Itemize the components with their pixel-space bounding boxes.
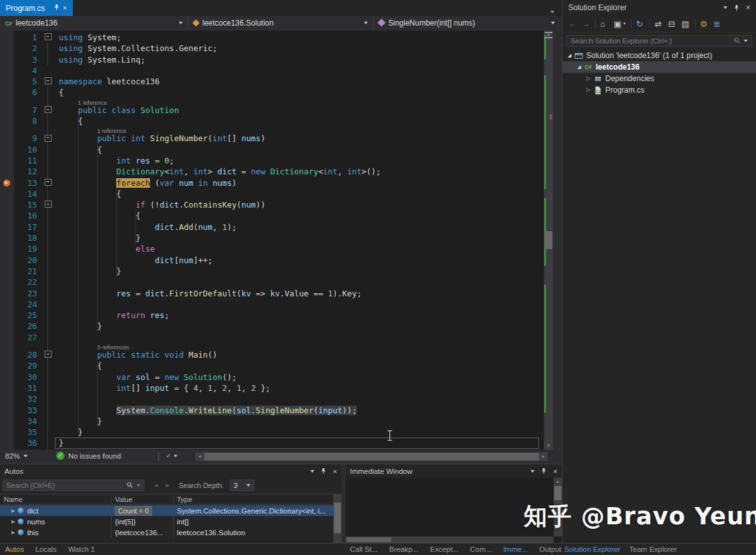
code-line-10[interactable]: 10 {	[0, 144, 544, 155]
outlining-margin[interactable]	[37, 405, 56, 416]
code-line-31[interactable]: 31 int[] input = { 4, 1, 2, 1, 2 };	[0, 383, 544, 393]
breakpoint-margin[interactable]	[0, 76, 14, 87]
close-icon[interactable]: ×	[553, 468, 557, 475]
code-line-21[interactable]: 21 }	[0, 266, 544, 277]
breakpoint-margin[interactable]	[0, 310, 14, 321]
breakpoint-margin[interactable]	[0, 222, 14, 232]
code-line-5[interactable]: 5namespace leetcoce136	[0, 76, 544, 87]
close-icon[interactable]: ×	[333, 468, 337, 475]
breakpoint-margin[interactable]	[0, 232, 14, 243]
breakpoint-margin[interactable]	[0, 199, 14, 210]
scroll-right-icon[interactable]: ►	[539, 452, 548, 461]
tool-tab-imme-[interactable]: Imme...	[503, 545, 527, 553]
autos-value-cell[interactable]: {int[5]}	[112, 516, 174, 527]
code-line-14[interactable]: 14 {	[0, 188, 544, 199]
collapse-all-icon[interactable]: ⊟	[668, 20, 677, 28]
breakpoint-margin[interactable]	[0, 383, 14, 393]
breakpoint-margin[interactable]	[0, 393, 14, 404]
immediate-hscroll-thumb[interactable]	[347, 537, 391, 542]
expander-icon[interactable]: ▶	[11, 519, 15, 524]
breakpoint-margin[interactable]	[0, 65, 14, 76]
code-line-6[interactable]: 6{	[0, 87, 544, 98]
outlining-margin[interactable]	[37, 54, 56, 65]
code-line-35[interactable]: 35 }	[0, 427, 544, 437]
show-all-files-icon[interactable]: ▤	[681, 20, 690, 28]
outlining-margin[interactable]	[37, 310, 56, 321]
immediate-horizontal-scrollbar[interactable]	[345, 536, 554, 543]
outlining-margin[interactable]	[37, 288, 56, 299]
code-line-33[interactable]: 33 System.Console.WriteLine(sol.SingleNu…	[0, 405, 544, 416]
breakpoint-margin[interactable]	[0, 405, 14, 416]
issues-indicator[interactable]: ✓ No issues found	[56, 452, 121, 460]
pin-icon[interactable]	[53, 4, 60, 12]
breakpoint-margin[interactable]	[0, 255, 14, 266]
breakpoint-margin[interactable]	[0, 277, 14, 287]
breakpoint-margin[interactable]	[0, 155, 14, 166]
collapse-region-icon[interactable]	[45, 77, 52, 84]
outlining-margin[interactable]	[37, 427, 56, 437]
outlining-margin[interactable]	[37, 87, 56, 98]
outlining-margin[interactable]	[37, 32, 56, 43]
outlining-margin[interactable]	[37, 332, 56, 343]
tab-list-chevron-down-icon[interactable]	[550, 6, 554, 15]
code-line-25[interactable]: 25 return res;	[0, 310, 544, 321]
tool-tab-except-[interactable]: Except...	[430, 545, 459, 553]
code-line-16[interactable]: 16 {	[0, 210, 544, 221]
pin-icon[interactable]	[320, 468, 327, 475]
search-options-chevron-down-icon[interactable]	[137, 484, 140, 487]
scroll-down-icon[interactable]: ▼	[544, 442, 553, 450]
breakpoint-margin[interactable]	[0, 188, 14, 199]
editor-vertical-scrollbar[interactable]: ▲ ▼	[544, 31, 553, 450]
autos-value-cell[interactable]: Count = 0	[112, 505, 174, 516]
autos-scrollbar[interactable]	[333, 494, 342, 543]
switch-views-icon[interactable]: ▣	[614, 20, 626, 28]
outlining-margin[interactable]	[37, 266, 56, 277]
close-icon[interactable]: ×	[746, 3, 750, 12]
column-header-name[interactable]: Name	[0, 496, 112, 503]
breakpoint-margin[interactable]	[0, 32, 14, 43]
breakpoint-margin[interactable]	[0, 416, 14, 427]
collapse-region-icon[interactable]	[45, 179, 52, 186]
tree-node-solution-leetcode136-1-of-1-project-[interactable]: Solution 'leetcode136' (1 of 1 project)	[563, 50, 756, 61]
outlining-margin[interactable]	[37, 372, 56, 383]
outlining-margin[interactable]	[37, 188, 56, 199]
solution-explorer-header[interactable]: Solution Explorer ×	[563, 0, 756, 15]
breakpoint-margin[interactable]	[0, 360, 14, 371]
window-position-icon[interactable]	[723, 6, 727, 9]
outlining-margin[interactable]	[37, 178, 56, 188]
breakpoint-margin[interactable]	[0, 54, 14, 65]
code-line-32[interactable]: 32	[0, 393, 544, 404]
breakpoint-margin[interactable]	[0, 210, 14, 221]
editor-split-handle[interactable]	[545, 32, 552, 38]
code-line-29[interactable]: 29 {	[0, 360, 544, 371]
breakpoint-margin[interactable]	[0, 178, 14, 188]
autos-row-dict[interactable]: ▶dictCount = 0System.Collections.Generic…	[0, 505, 333, 516]
document-tab-program-cs[interactable]: Program.cs ×	[0, 0, 73, 16]
code-line-12[interactable]: 12 Dictionary<int, int> dict = new Dicti…	[0, 166, 544, 177]
breakpoint-margin[interactable]	[0, 288, 14, 299]
code-line-11[interactable]: 11 int res = 0;	[0, 155, 544, 166]
breakpoint-margin[interactable]	[0, 372, 14, 383]
code-line-23[interactable]: 23 res = dict.FirstOrDefault(kv => kv.Va…	[0, 288, 544, 299]
breakpoint-margin[interactable]	[0, 166, 14, 177]
autos-scroll-thumb[interactable]	[334, 503, 341, 533]
pin-icon[interactable]	[733, 4, 740, 11]
nav-combo-3[interactable]: SingleNumber(int[] nums)	[374, 16, 560, 30]
autos-value-cell[interactable]: {leetcoce136...	[112, 527, 174, 538]
code-line-18[interactable]: 18 }	[0, 232, 544, 243]
outlining-margin[interactable]	[37, 243, 56, 254]
outlining-margin[interactable]	[37, 166, 56, 177]
value-editor[interactable]: Count = 0	[115, 506, 152, 515]
outlining-margin[interactable]	[37, 144, 56, 155]
back-icon[interactable]: ←	[568, 20, 577, 28]
breakpoint-margin[interactable]	[0, 116, 14, 126]
outlining-margin[interactable]	[37, 232, 56, 243]
tool-tab-watch-1[interactable]: Watch 1	[68, 545, 95, 553]
outlining-margin[interactable]	[37, 299, 56, 310]
tool-tab-autos[interactable]: Autos	[5, 545, 24, 553]
forward-icon[interactable]: →	[582, 20, 591, 28]
code-line-20[interactable]: 20 dict[num]++;	[0, 255, 544, 266]
breakpoint-margin[interactable]	[0, 126, 14, 144]
outlining-margin[interactable]	[37, 393, 56, 404]
properties-icon[interactable]: ⚙	[700, 20, 709, 28]
